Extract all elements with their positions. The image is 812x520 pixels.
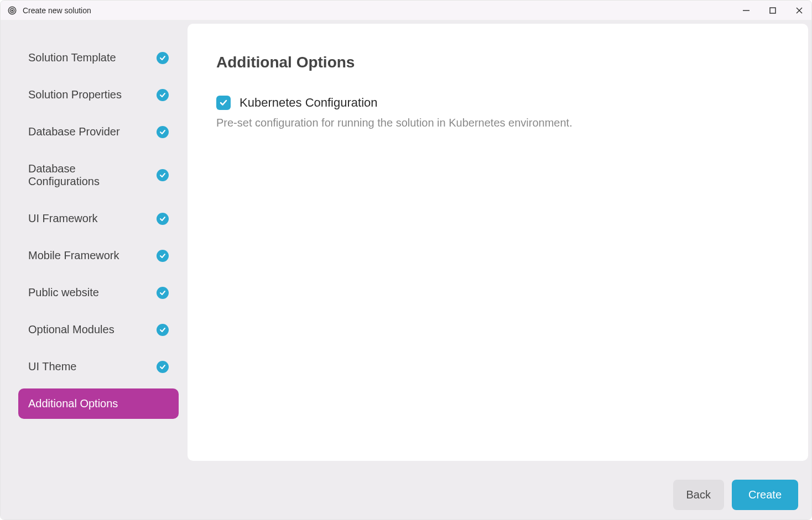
check-icon <box>157 126 169 138</box>
sidebar-item-label: Solution Template <box>28 51 116 64</box>
svg-point-2 <box>12 9 13 10</box>
content: Solution Template Solution Properties Da… <box>1 20 811 470</box>
titlebar: Create new solution <box>1 1 811 20</box>
sidebar-item-label: Database Provider <box>28 125 120 138</box>
sidebar-item-label: UI Framework <box>28 212 98 225</box>
sidebar-item-ui-framework[interactable]: UI Framework <box>18 203 179 234</box>
sidebar-item-mobile-framework[interactable]: Mobile Framework <box>18 240 179 271</box>
window-title: Create new solution <box>23 6 91 15</box>
sidebar-item-label: Additional Options <box>28 397 118 410</box>
sidebar-item-solution-properties[interactable]: Solution Properties <box>18 80 179 110</box>
sidebar-item-label: Mobile Framework <box>28 249 119 262</box>
titlebar-controls <box>741 5 805 16</box>
check-icon <box>157 89 169 101</box>
check-icon <box>157 361 169 373</box>
svg-rect-4 <box>770 8 775 13</box>
check-icon <box>157 213 169 225</box>
check-icon <box>157 250 169 262</box>
minimize-button[interactable] <box>741 5 752 16</box>
window: Create new solution Solution Template So… <box>0 0 812 520</box>
app-icon <box>7 6 17 15</box>
maximize-button[interactable] <box>767 5 778 16</box>
sidebar-item-label: Public website <box>28 286 99 299</box>
sidebar-item-public-website[interactable]: Public website <box>18 277 179 308</box>
create-button[interactable]: Create <box>732 480 798 510</box>
main-panel: Additional Options Kubernetes Configurat… <box>188 24 808 461</box>
close-button[interactable] <box>794 5 805 16</box>
main-wrap: Additional Options Kubernetes Configurat… <box>188 20 811 470</box>
back-button[interactable]: Back <box>673 480 724 510</box>
sidebar-item-additional-options[interactable]: Additional Options <box>18 388 179 419</box>
sidebar-item-label: Database Configurations <box>28 162 139 188</box>
sidebar-item-label: Solution Properties <box>28 88 122 101</box>
check-icon <box>157 52 169 64</box>
page-title: Additional Options <box>216 54 779 71</box>
kubernetes-checkbox[interactable] <box>216 96 231 110</box>
sidebar-item-solution-template[interactable]: Solution Template <box>18 43 179 73</box>
sidebar-item-label: Optional Modules <box>28 323 114 336</box>
sidebar-item-database-configurations[interactable]: Database Configurations <box>18 154 179 197</box>
check-icon <box>157 324 169 336</box>
sidebar-item-ui-theme[interactable]: UI Theme <box>18 351 179 382</box>
sidebar-item-label: UI Theme <box>28 360 76 373</box>
option-kubernetes: Kubernetes Configuration <box>216 96 779 110</box>
check-icon <box>157 287 169 299</box>
sidebar-item-optional-modules[interactable]: Optional Modules <box>18 314 179 345</box>
footer: Back Create <box>1 470 811 519</box>
check-icon <box>157 169 169 181</box>
kubernetes-description: Pre-set configuration for running the so… <box>216 117 779 129</box>
sidebar: Solution Template Solution Properties Da… <box>1 20 188 470</box>
sidebar-item-database-provider[interactable]: Database Provider <box>18 117 179 147</box>
kubernetes-label: Kubernetes Configuration <box>240 96 378 110</box>
